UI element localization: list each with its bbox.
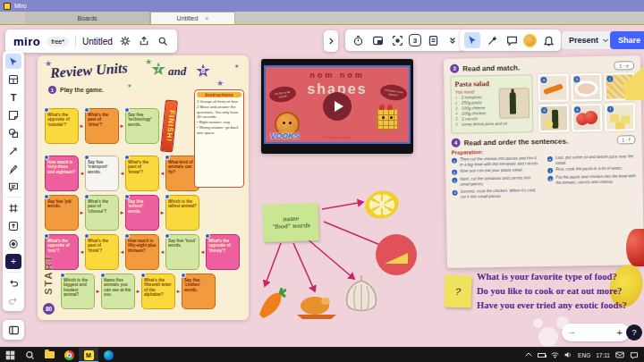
tray-mail-icon[interactable] (615, 351, 624, 358)
connector-tool[interactable] (5, 143, 21, 158)
pen-tool[interactable] (5, 161, 21, 176)
chrome-icon[interactable] (59, 348, 79, 362)
path-arrow-icon: ◂ (119, 248, 125, 256)
finish-banner: FINISH! (160, 99, 178, 152)
comment-tool[interactable] (5, 179, 21, 194)
search-icon[interactable] (157, 35, 169, 47)
miro-logo[interactable]: miro (13, 35, 40, 48)
square-number-badge (165, 155, 170, 160)
photo-tile-cheese: f (605, 103, 636, 131)
undo-button[interactable] (5, 275, 21, 290)
tab-boards[interactable]: Boards (25, 12, 150, 24)
garlic-icon[interactable] (343, 275, 379, 315)
miro-taskbar-icon[interactable]: M (79, 348, 98, 362)
board-title[interactable]: Untitled (82, 37, 113, 46)
select-tool[interactable] (5, 54, 21, 69)
instructions-list: 1 Groups of three or four.2 Move and ans… (197, 99, 242, 135)
lemon-icon[interactable] (365, 189, 399, 220)
board-canvas[interactable]: Review Units ★ ★ ★ ★ ★ ★7 and ★8 1 Play … (0, 25, 644, 347)
instructions-box: Instructions 1 Groups of three or four.2… (194, 89, 244, 188)
laser-pointer-icon[interactable] (484, 32, 500, 48)
notifications-bell-icon[interactable] (540, 32, 556, 48)
frame-tool[interactable] (5, 200, 21, 215)
plan-badge[interactable]: free* (47, 37, 69, 46)
square-number-badge (124, 233, 130, 239)
game-board-image[interactable]: Review Units ★ ★ ★ ★ ★ ★7 and ★8 1 Play … (38, 55, 249, 320)
worksheet-image[interactable]: 3 Read and match. 1 - e Pasta salad You … (444, 55, 644, 268)
present-button[interactable]: Present (562, 31, 616, 49)
file-explorer-icon[interactable] (39, 348, 59, 362)
cheese-icon[interactable] (376, 234, 417, 275)
cursor-mode-icon[interactable] (464, 32, 480, 48)
comments-icon[interactable] (504, 32, 520, 48)
play-button[interactable] (323, 92, 352, 121)
star-decoration: ★ (127, 82, 131, 88)
settings-gear-icon[interactable] (119, 35, 131, 47)
edge-icon[interactable] (98, 348, 118, 362)
unit-8-star: ★8 (195, 63, 211, 79)
tab-close-icon[interactable]: × (205, 15, 208, 21)
carrot-icon[interactable] (256, 288, 286, 322)
zoom-out-button[interactable]: − (569, 327, 574, 338)
export-frame-icon[interactable] (369, 32, 386, 48)
instruction-line: 1 Groups of three or four. (197, 99, 242, 104)
taskbar-search-icon[interactable] (20, 348, 39, 362)
shapes-tool[interactable] (5, 125, 21, 140)
tray-expand-icon[interactable] (525, 352, 532, 358)
battery-icon[interactable] (538, 353, 546, 358)
sentence-letter-badge: b (452, 170, 457, 175)
user-avatar[interactable] (523, 34, 537, 47)
discussion-questions[interactable]: What is your favorite type of food?Do yo… (477, 270, 643, 312)
upload-tool[interactable] (5, 218, 21, 233)
frames-count-icon[interactable]: 3 (409, 34, 421, 46)
start-button[interactable] (0, 348, 20, 362)
volume-icon[interactable] (564, 351, 572, 358)
apps-tool[interactable] (5, 236, 21, 251)
board-square: Which is the biggest and loudest animal? (61, 274, 95, 309)
help-button[interactable]: ? (626, 324, 642, 341)
clock[interactable]: 17:11 (596, 352, 610, 358)
board-square: How much is fifty-eight plus thirteen? (125, 234, 159, 270)
chicken-icon[interactable] (295, 293, 338, 320)
sticky-note-tool[interactable] (5, 107, 21, 122)
game-title: Review Units (49, 60, 128, 81)
templates-tool[interactable] (5, 72, 21, 87)
zoom-controls[interactable]: − + (562, 324, 630, 341)
example-answer-bubble-2: 1 - f (616, 135, 636, 144)
export-icon[interactable] (138, 35, 150, 47)
board-square: Say five 'job' words. (45, 195, 79, 231)
title-and: and (168, 64, 186, 79)
board-row: Which is the biggest and loudest animal?… (61, 274, 243, 309)
sentence-letter-badge: f (547, 168, 553, 173)
chevron-down-icon (602, 37, 609, 44)
attention-icon[interactable] (389, 32, 405, 48)
task-2-header: 4 Read and order the sentences. 1 - f (452, 135, 636, 147)
sticky-note-question[interactable]: ? (444, 274, 471, 307)
notes-icon[interactable] (425, 32, 441, 48)
sticky-note-food-words[interactable]: name "food" words (262, 203, 318, 242)
more-apps-button[interactable]: + (5, 254, 21, 269)
panel-toggle-button[interactable] (3, 320, 24, 340)
timer-icon[interactable] (350, 32, 366, 48)
more-tools-chevron-icon[interactable] (445, 32, 461, 48)
share-button[interactable]: Share (610, 31, 644, 49)
language-indicator[interactable]: ENG (578, 352, 590, 358)
path-arrow-icon: ▸ (119, 209, 125, 216)
square-number-badge (84, 107, 89, 113)
redo-button[interactable] (5, 293, 21, 308)
square-number-badge (165, 194, 170, 199)
toolbar-expander[interactable] (324, 30, 338, 52)
video-thumbnail: nom nom shapes It's fun to be round! It'… (264, 65, 411, 144)
zoom-in-button[interactable]: + (617, 327, 623, 338)
text-tool[interactable]: T (5, 89, 21, 105)
network-icon[interactable] (551, 351, 559, 358)
board-square: Say five 'food' words. (165, 234, 199, 270)
video-player[interactable]: nom nom shapes It's fun to be round! It'… (261, 59, 413, 154)
order-sentences: aThen cut the cheese into pieces and mix… (452, 154, 637, 201)
action-center-icon[interactable] (630, 351, 639, 359)
path-arrow-icon: ▸ (159, 209, 165, 216)
square-number-badge (124, 107, 130, 113)
sentences-left-column: aThen cut the cheese into pieces and mix… (452, 156, 541, 201)
tab-untitled[interactable]: Untitled × (150, 12, 235, 24)
board-square: What's the past of 'know'? (125, 156, 159, 191)
